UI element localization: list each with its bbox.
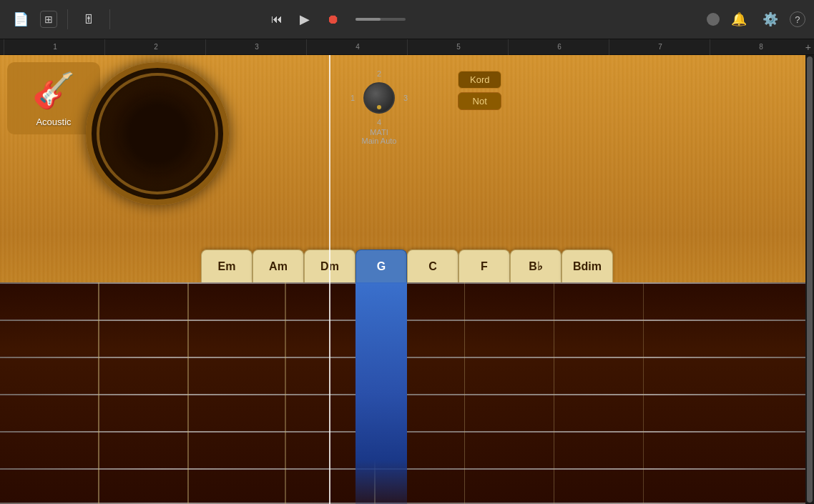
chord-key-em-label: Em: [201, 249, 252, 282]
chord-key-g-label: G: [355, 249, 407, 282]
chord-key-f[interactable]: F: [459, 249, 510, 282]
separator-1: [67, 9, 68, 29]
knob-main-auto-label: Main Auto: [362, 137, 397, 145]
guitar-area: 🎸 Acoustic 1 2 3 4 MATI Main Auto: [0, 55, 814, 504]
note-mode-button[interactable]: Not: [458, 92, 501, 110]
volume-fill: [355, 18, 381, 21]
timeline-mark-2: 2: [104, 39, 205, 55]
fret-line-6: [0, 468, 814, 470]
chord-key-f-label: F: [459, 249, 510, 282]
timeline-mark-1: 1: [4, 39, 104, 55]
volume-slider[interactable]: [355, 18, 406, 21]
fret-line-1: [0, 282, 814, 284]
chord-key-am[interactable]: Am: [252, 249, 304, 282]
timeline-ruler: 1 2 3 4 5 6 7 8 +: [0, 39, 814, 55]
timeline-mark-6: 6: [508, 39, 609, 55]
fretboard: [0, 282, 814, 504]
main-container: 📄 ⊞ 🎚 ⏮ ▶ ⏺ 🔔 ⚙️ ? 1 2 3 4 5 6 7: [0, 0, 814, 504]
knob-label-1: 1: [350, 94, 355, 102]
chord-key-bdim[interactable]: Bdim: [562, 249, 613, 282]
timeline-mark-4: 4: [306, 39, 407, 55]
chord-key-g[interactable]: G: [355, 249, 407, 282]
add-track-button[interactable]: +: [803, 39, 814, 55]
record-button[interactable]: ⏺: [321, 9, 345, 30]
active-chord-highlight: [355, 282, 407, 504]
tuner-icon[interactable]: 🔔: [727, 9, 751, 30]
soundhole-ring: [97, 73, 218, 194]
knob-control[interactable]: 1 2 3 4: [350, 69, 408, 127]
string-a: [187, 282, 189, 504]
view-toggle-icon[interactable]: ⊞: [40, 11, 57, 28]
timeline-marks: 1 2 3 4 5 6 7 8: [4, 39, 810, 55]
knob-indicator: [377, 105, 381, 109]
knob-section: 1 2 3 4 MATI Main Auto: [350, 69, 408, 145]
string-e-low: [98, 282, 99, 504]
right-toolbar-icons: 🔔 ⚙️ ?: [707, 9, 805, 30]
string-e-high: [554, 282, 554, 504]
chord-key-em[interactable]: Em: [201, 249, 252, 282]
fret-line-4: [0, 394, 814, 395]
chord-note-panel: Kord Not: [458, 71, 501, 110]
rewind-button[interactable]: ⏮: [265, 10, 288, 29]
chord-key-bdim-label: Bdim: [562, 249, 613, 282]
string-extra: [643, 282, 644, 504]
soundhole: [86, 62, 229, 205]
knob-mati-label: MATI: [370, 128, 388, 137]
chord-mode-button[interactable]: Kord: [458, 71, 501, 89]
chord-key-c-label: C: [407, 249, 459, 282]
knob-label-2: 2: [377, 69, 381, 78]
knob-label-3: 3: [403, 94, 408, 102]
knob-label-4: 4: [377, 118, 381, 127]
knob-dial[interactable]: [363, 82, 395, 114]
string-b: [464, 282, 465, 504]
timeline-mark-7: 7: [609, 39, 710, 55]
timeline-mark-5: 5: [407, 39, 508, 55]
transport-controls: ⏮ ▶ ⏺: [265, 9, 410, 30]
metronome-icon[interactable]: [707, 13, 720, 26]
chord-key-bb-label: B♭: [510, 249, 562, 282]
separator-2: [109, 9, 110, 29]
chord-key-bb[interactable]: B♭: [510, 249, 562, 282]
help-icon[interactable]: ?: [790, 11, 805, 27]
fret-line-3: [0, 357, 814, 358]
timeline-mark-8: 8: [710, 39, 810, 55]
mixer-icon[interactable]: 🎚: [78, 9, 99, 30]
soundhole-area: [36, 55, 279, 270]
chord-key-am-label: Am: [252, 249, 304, 282]
string-d: [285, 282, 286, 504]
play-button[interactable]: ▶: [294, 9, 315, 30]
chord-row: Em Am Dm G C F B♭ Bdim: [0, 249, 814, 282]
fret-line-5: [0, 431, 814, 433]
fret-line-2: [0, 320, 814, 321]
preferences-icon[interactable]: ⚙️: [758, 9, 783, 30]
toolbar: 📄 ⊞ 🎚 ⏮ ▶ ⏺ 🔔 ⚙️ ?: [0, 0, 814, 39]
new-document-icon[interactable]: 📄: [9, 9, 33, 30]
chord-key-dm-label: Dm: [304, 249, 355, 282]
chord-key-dm[interactable]: Dm: [304, 249, 355, 282]
chord-key-c[interactable]: C: [407, 249, 459, 282]
timeline-mark-3: 3: [205, 39, 306, 55]
